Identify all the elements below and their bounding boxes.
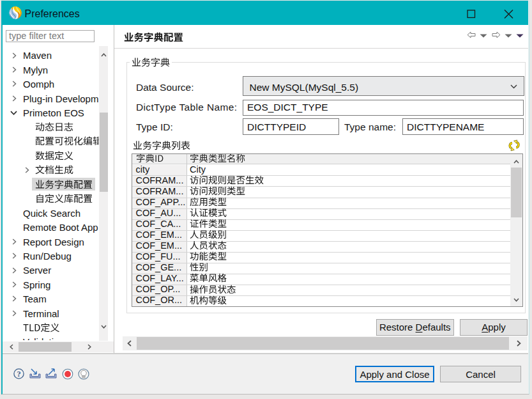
svg-text:?: ? — [17, 370, 20, 379]
